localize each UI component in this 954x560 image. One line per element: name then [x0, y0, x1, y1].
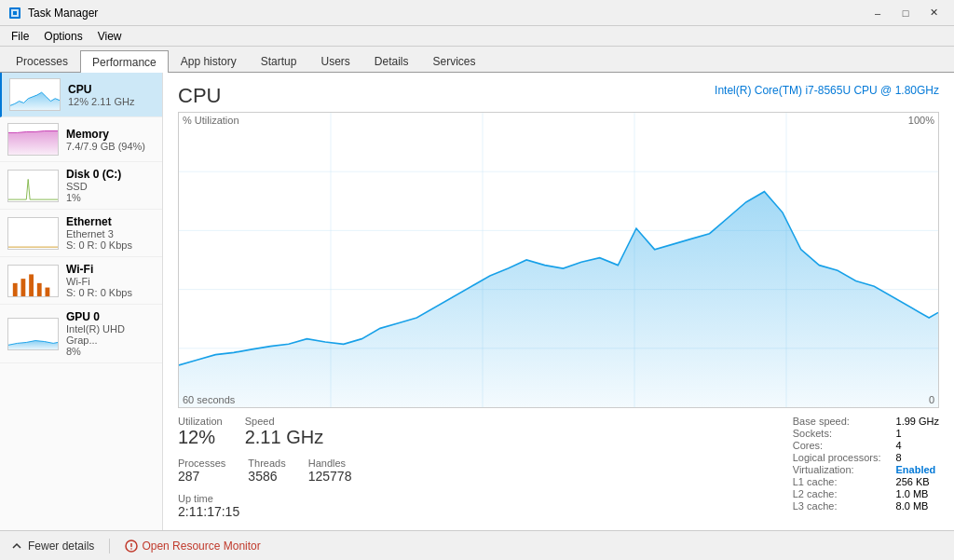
cpu-chart-container: % Utilization 100% 60 seconds 0: [178, 112, 939, 408]
sidebar-item-disk[interactable]: Disk 0 (C:) SSD 1%: [0, 162, 162, 210]
sidebar: CPU 12% 2.11 GHz Memory: [0, 73, 163, 530]
memory-sub: 7.4/7.9 GB (94%): [66, 141, 155, 152]
uptime-value: 2:11:17:15: [178, 504, 778, 519]
threads-value: 3586: [248, 469, 285, 484]
processes-value: 287: [178, 469, 225, 484]
chart-x-right: 0: [929, 394, 934, 405]
wifi-info: Wi-Fi Wi-Fi S: 0 R: 0 Kbps: [66, 263, 155, 298]
menu-file[interactable]: File: [4, 28, 36, 45]
content-area: CPU Intel(R) Core(TM) i7-8565U CPU @ 1.8…: [163, 73, 954, 530]
main-layout: CPU 12% 2.11 GHz Memory: [0, 73, 954, 530]
sidebar-item-memory[interactable]: Memory 7.4/7.9 GB (94%): [0, 117, 162, 162]
svg-marker-3: [10, 92, 60, 110]
disk-sub1: SSD: [66, 181, 155, 192]
disk-thumb: [7, 170, 59, 202]
svg-rect-2: [13, 11, 17, 15]
sidebar-item-gpu[interactable]: GPU 0 Intel(R) UHD Grap... 8%: [0, 305, 162, 363]
tab-details[interactable]: Details: [362, 49, 421, 72]
ethernet-info: Ethernet Ethernet 3 S: 0 R: 0 Kbps: [66, 215, 155, 251]
tab-app-history[interactable]: App history: [169, 49, 249, 72]
fewer-details-button[interactable]: Fewer details: [11, 540, 94, 553]
virt-value: Enabled: [896, 464, 939, 475]
threads-label: Threads: [248, 458, 285, 469]
wifi-thumb: [7, 265, 59, 297]
minimize-button[interactable]: –: [865, 4, 891, 22]
uptime-group: Up time 2:11:17:15: [178, 493, 778, 519]
menubar: File Options View: [0, 26, 954, 47]
bottombar-separator: [109, 539, 110, 553]
disk-info: Disk 0 (C:) SSD 1%: [66, 168, 155, 203]
titlebar: Task Manager – □ ✕: [0, 0, 954, 26]
open-resource-monitor-link[interactable]: Open Resource Monitor: [125, 540, 260, 553]
tab-users[interactable]: Users: [308, 49, 361, 72]
stats-section: Utilization 12% Speed 2.11 GHz Processes…: [178, 416, 939, 519]
menu-view[interactable]: View: [90, 28, 129, 45]
l3-label: L3 cache:: [793, 500, 881, 512]
content-header: CPU Intel(R) Core(TM) i7-8565U CPU @ 1.8…: [178, 84, 939, 108]
wifi-name: Wi-Fi: [66, 263, 155, 276]
ethernet-sub1: Ethernet 3: [66, 228, 155, 239]
fewer-details-label: Fewer details: [28, 540, 94, 553]
svg-rect-8: [37, 282, 42, 295]
cpu-full-name: Intel(R) Core(TM) i7-8565U CPU @ 1.80GHz: [715, 84, 939, 97]
tab-startup[interactable]: Startup: [249, 49, 309, 72]
wifi-sub1: Wi-Fi: [66, 276, 155, 287]
ethernet-sub2: S: 0 R: 0 Kbps: [66, 239, 155, 251]
tab-processes[interactable]: Processes: [4, 49, 80, 72]
base-speed-value: 1.99 GHz: [896, 416, 939, 427]
gpu-thumb: [7, 318, 59, 350]
svg-point-22: [131, 548, 133, 550]
tab-performance[interactable]: Performance: [80, 50, 169, 73]
gpu-sub1: Intel(R) UHD Grap...: [66, 323, 155, 346]
l2-value: 1.0 MB: [896, 488, 939, 499]
cpu-sub: 12% 2.11 GHz: [68, 96, 155, 107]
window-title: Task Manager: [28, 7, 865, 20]
handles-value: 125778: [308, 469, 352, 484]
ethernet-thumb: [7, 217, 59, 250]
svg-rect-7: [29, 274, 34, 296]
window-controls: – □ ✕: [865, 4, 947, 22]
disk-sub2: 1%: [66, 192, 155, 203]
ethernet-name: Ethernet: [66, 215, 155, 228]
menu-options[interactable]: Options: [36, 28, 89, 45]
close-button[interactable]: ✕: [920, 4, 947, 22]
sidebar-item-wifi[interactable]: Wi-Fi Wi-Fi S: 0 R: 0 Kbps: [0, 257, 162, 305]
primary-stats: Utilization 12% Speed 2.11 GHz: [178, 416, 778, 448]
utilization-value: 12%: [178, 427, 223, 448]
memory-name: Memory: [66, 128, 155, 141]
chart-y-label: % Utilization: [183, 115, 239, 126]
sidebar-item-ethernet[interactable]: Ethernet Ethernet 3 S: 0 R: 0 Kbps: [0, 210, 162, 257]
speed-group: Speed 2.11 GHz: [245, 416, 323, 448]
disk-name: Disk 0 (C:): [66, 168, 155, 181]
svg-marker-10: [8, 340, 58, 348]
handles-label: Handles: [308, 458, 352, 469]
cpu-name: CPU: [68, 83, 155, 96]
processes-label: Processes: [178, 458, 225, 469]
sockets-value: 1: [896, 428, 939, 439]
svg-marker-19: [179, 192, 938, 407]
l2-label: L2 cache:: [793, 488, 881, 499]
sockets-label: Sockets:: [793, 428, 881, 439]
svg-rect-6: [20, 279, 25, 296]
open-monitor-label: Open Resource Monitor: [142, 540, 260, 553]
speed-value: 2.11 GHz: [245, 427, 323, 448]
gpu-info: GPU 0 Intel(R) UHD Grap... 8%: [66, 310, 155, 357]
chart-y-max: 100%: [908, 115, 934, 126]
chart-x-left: 60 seconds: [183, 394, 235, 405]
svg-rect-5: [13, 282, 18, 295]
svg-rect-9: [46, 287, 50, 295]
logical-value: 8: [896, 452, 939, 463]
l1-value: 256 KB: [896, 476, 939, 487]
threads-group: Threads 3586: [248, 458, 285, 484]
speed-label: Speed: [245, 416, 323, 427]
tab-services[interactable]: Services: [421, 49, 488, 72]
uptime-label: Up time: [178, 493, 778, 504]
cpu-chart: [179, 113, 938, 407]
svg-marker-4: [8, 131, 58, 155]
cores-value: 4: [896, 440, 939, 451]
bottombar: Fewer details Open Resource Monitor: [0, 530, 954, 560]
sidebar-item-cpu[interactable]: CPU 12% 2.11 GHz: [0, 73, 162, 117]
cores-label: Cores:: [793, 440, 881, 451]
gpu-sub2: 8%: [66, 346, 155, 357]
maximize-button[interactable]: □: [893, 4, 919, 22]
